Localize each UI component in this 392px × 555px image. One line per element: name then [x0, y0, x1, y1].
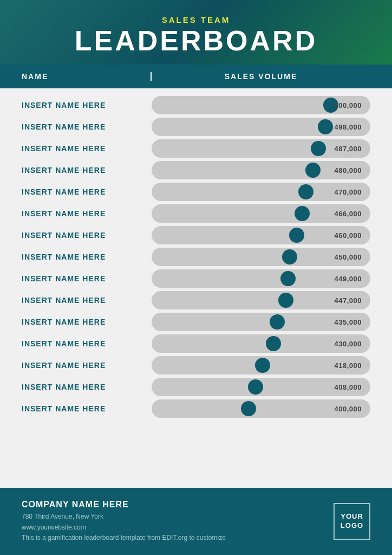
row-name: INSERT NAME HERE	[22, 209, 152, 218]
sales-column-header: SALES VOLUME	[152, 72, 370, 81]
table-row: INSERT NAME HERE418,000	[22, 356, 370, 375]
bar-container: 498,000	[152, 118, 370, 136]
leaderboard-content: INSERT NAME HERE500,000INSERT NAME HERE4…	[0, 88, 392, 488]
row-name: INSERT NAME HERE	[22, 188, 152, 196]
bar-track: 400,000	[152, 399, 370, 418]
row-name: INSERT NAME HERE	[22, 296, 152, 305]
bar-dot	[305, 163, 321, 178]
row-name: INSERT NAME HERE	[22, 231, 152, 240]
bar-dot	[280, 271, 296, 286]
column-headers: NAME SALES VOLUME	[0, 64, 392, 88]
footer-disclaimer: This is a gamification leaderboard templ…	[22, 533, 334, 543]
bar-value: 400,000	[335, 405, 362, 413]
bar-container: 470,000	[152, 183, 370, 201]
bar-value: 466,000	[335, 210, 362, 218]
logo-box: YOURLOGO	[334, 503, 370, 540]
header-section: SALES TEAM LEADERBOARD	[0, 0, 392, 64]
bar-track: 487,000	[152, 139, 370, 158]
bar-dot	[311, 141, 326, 156]
row-name: INSERT NAME HERE	[22, 361, 152, 370]
bar-value: 447,000	[335, 296, 362, 305]
bar-value: 500,000	[335, 101, 362, 109]
bar-track: 450,000	[152, 248, 370, 266]
bar-value: 470,000	[335, 188, 362, 196]
row-name: INSERT NAME HERE	[22, 166, 152, 175]
table-row: INSERT NAME HERE500,000	[22, 96, 370, 114]
row-name: INSERT NAME HERE	[22, 101, 152, 109]
company-name: COMPANY NAME HERE	[22, 500, 334, 509]
row-name: INSERT NAME HERE	[22, 274, 152, 283]
bar-value: 418,000	[335, 362, 362, 370]
bar-dot	[248, 379, 263, 395]
table-row: INSERT NAME HERE460,000	[22, 226, 370, 244]
row-name: INSERT NAME HERE	[22, 318, 152, 326]
row-name: INSERT NAME HERE	[22, 339, 152, 348]
leaderboard-page: SALES TEAM LEADERBOARD NAME SALES VOLUME…	[0, 0, 392, 555]
bar-track: 447,000	[152, 291, 370, 309]
row-name: INSERT NAME HERE	[22, 253, 152, 261]
bar-value: 487,000	[335, 145, 362, 153]
bar-dot	[270, 314, 285, 330]
bar-dot	[282, 249, 297, 264]
bar-container: 487,000	[152, 139, 370, 158]
table-row: INSERT NAME HERE449,000	[22, 269, 370, 288]
logo-text: YOURLOGO	[341, 512, 363, 531]
bar-value: 449,000	[335, 275, 362, 283]
bar-dot	[266, 336, 281, 351]
bar-track: 480,000	[152, 161, 370, 179]
bar-track: 430,000	[152, 334, 370, 353]
bar-dot	[241, 401, 256, 416]
table-row: INSERT NAME HERE450,000	[22, 248, 370, 266]
bar-track: 460,000	[152, 226, 370, 244]
bar-track: 498,000	[152, 118, 370, 136]
bar-track: 466,000	[152, 204, 370, 223]
row-name: INSERT NAME HERE	[22, 404, 152, 413]
bar-value: 408,000	[335, 383, 362, 391]
table-row: INSERT NAME HERE498,000	[22, 118, 370, 136]
footer-address: 780 Third Avenue, New York	[22, 512, 334, 522]
bar-container: 480,000	[152, 161, 370, 179]
bar-container: 430,000	[152, 334, 370, 353]
bar-container: 418,000	[152, 356, 370, 375]
bar-value: 430,000	[335, 340, 362, 348]
bar-container: 450,000	[152, 248, 370, 266]
bar-dot	[289, 228, 304, 243]
bar-container: 447,000	[152, 291, 370, 309]
bar-container: 435,000	[152, 313, 370, 331]
bar-track: 408,000	[152, 378, 370, 396]
table-row: INSERT NAME HERE487,000	[22, 139, 370, 158]
bar-value: 450,000	[335, 253, 362, 261]
bar-value: 480,000	[335, 166, 362, 175]
row-name: INSERT NAME HERE	[22, 122, 152, 131]
bar-track: 435,000	[152, 313, 370, 331]
bar-track: 418,000	[152, 356, 370, 375]
footer-section: COMPANY NAME HERE 780 Third Avenue, New …	[0, 488, 392, 555]
table-row: INSERT NAME HERE400,000	[22, 399, 370, 418]
bar-dot	[318, 119, 333, 134]
table-row: INSERT NAME HERE408,000	[22, 378, 370, 396]
row-name: INSERT NAME HERE	[22, 383, 152, 391]
name-column-header: NAME	[22, 72, 152, 81]
leaderboard-title: LEADERBOARD	[22, 27, 370, 55]
bar-dot	[255, 358, 270, 373]
bar-track: 470,000	[152, 183, 370, 201]
bar-value: 460,000	[335, 231, 362, 240]
bar-dot	[295, 206, 310, 221]
row-name: INSERT NAME HERE	[22, 144, 152, 153]
table-row: INSERT NAME HERE470,000	[22, 183, 370, 201]
table-row: INSERT NAME HERE430,000	[22, 334, 370, 353]
bar-container: 400,000	[152, 399, 370, 418]
bar-container: 449,000	[152, 269, 370, 288]
sales-team-label: SALES TEAM	[22, 15, 370, 24]
bar-track: 449,000	[152, 269, 370, 288]
bar-value: 498,000	[335, 123, 362, 131]
bar-dot	[298, 184, 313, 199]
bar-container: 460,000	[152, 226, 370, 244]
bar-dot	[278, 293, 293, 308]
bar-value: 435,000	[335, 318, 362, 326]
bar-track: 500,000	[152, 96, 370, 114]
bar-container: 466,000	[152, 204, 370, 223]
table-row: INSERT NAME HERE466,000	[22, 204, 370, 223]
table-row: INSERT NAME HERE447,000	[22, 291, 370, 309]
footer-text: COMPANY NAME HERE 780 Third Avenue, New …	[22, 500, 334, 543]
